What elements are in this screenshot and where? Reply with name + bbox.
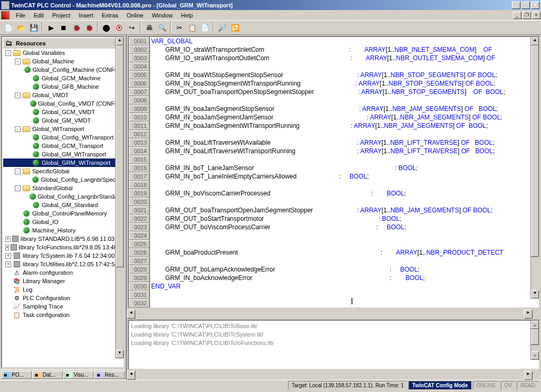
tree-node[interactable]: Global_GM_VMDT (3, 116, 123, 125)
expander-icon[interactable]: - (15, 59, 21, 64)
menu-window[interactable]: Window (147, 11, 176, 20)
tree-node[interactable]: Global_ControlPanelMemory (3, 209, 123, 218)
replace-button[interactable]: 🔁 (229, 22, 241, 33)
tree-node[interactable]: Machine_History (3, 226, 123, 235)
maximize-button[interactable]: □ (521, 2, 530, 9)
code-line[interactable]: GRM_OUT_boLampAcknowledgeError : BOOL; (151, 265, 539, 274)
paste-button[interactable]: 📄 (199, 22, 211, 33)
tree-node[interactable]: Global_Config_LangnbrStandard (3, 192, 123, 201)
online-change-button[interactable]: 🐞 (70, 22, 82, 33)
code-body[interactable]: VAR_GLOBAL GRM_IO_straWtTransportInletCo… (150, 37, 539, 307)
step-over-button[interactable]: ⦿ (113, 22, 125, 33)
code-line[interactable] (151, 299, 539, 307)
code-line[interactable]: GRM_IN_boAcknowledgeError : BOOL; (151, 274, 539, 282)
tree-node[interactable]: +library TcIoFunctions.lib*29.8.05 13:48… (3, 243, 123, 251)
menu-online[interactable]: Online (123, 11, 148, 20)
tree-node[interactable]: ⚙PLC Configuration (3, 294, 123, 302)
code-line[interactable]: GRM_IN_boaLiftTraverseWtTransportRunning… (151, 147, 539, 155)
open-button[interactable]: 📂 (15, 22, 27, 33)
code-line[interactable]: VAR_GLOBAL (151, 37, 539, 45)
tree-node[interactable]: ⚠Alarm configuration (3, 268, 123, 277)
code-line[interactable]: GRM_IN_boaJamSegmentWtTransportRunning :… (151, 122, 539, 130)
code-line[interactable]: GRM_IN_boaJamSegmentJamSensor : ARRAY[1.… (151, 113, 539, 122)
tree-header[interactable]: 🗂 Resources (3, 38, 123, 49)
tree-node[interactable]: Global_GRM_WtTransport (3, 158, 123, 167)
code-line[interactable] (151, 96, 539, 105)
expander-icon[interactable]: + (5, 262, 11, 267)
tree-node[interactable]: 📚Library Manager (3, 277, 123, 285)
expander-icon[interactable]: - (15, 92, 21, 98)
tab-resources[interactable]: ■Res... (94, 371, 125, 379)
code-line[interactable]: GRM_IN_boaWtStopSegmentStopSensor : ARRA… (151, 71, 539, 79)
tree-node[interactable]: Global_Config_LangnbrSpecific (3, 175, 123, 184)
code-line[interactable] (151, 155, 539, 164)
tree-node[interactable]: Global_Config_Machine (CONFIG) (3, 66, 123, 74)
tree-node[interactable]: 📜Log (3, 285, 123, 294)
tree-node[interactable]: 📋Task configuration (3, 311, 123, 319)
tree-node[interactable]: -Global_Machine (3, 57, 123, 66)
expander-icon[interactable]: - (5, 50, 11, 56)
code-line[interactable] (151, 62, 539, 71)
editor-vscrollbar[interactable]: ▲ ▼ (530, 37, 539, 298)
code-line[interactable] (151, 257, 539, 265)
tree-node[interactable]: Global_Config_VMDT (CONFIG) (3, 99, 123, 108)
tree-node[interactable]: -Global_VMDT (3, 91, 123, 99)
expander-icon[interactable]: - (15, 169, 21, 174)
code-line[interactable]: GRM_IN_boaLiftTraverseWtAvailable : ARRA… (151, 138, 539, 147)
single-cycle-button[interactable]: 🐞 (83, 22, 95, 33)
code-line[interactable] (151, 240, 539, 248)
code-line[interactable]: GRM_OUT_boViscomProcessCarrier : BOOL; (151, 223, 539, 231)
menu-insert[interactable]: Insert (74, 11, 98, 20)
expander-icon[interactable]: - (15, 185, 21, 191)
tree-node[interactable]: -StandardGlobal (3, 184, 123, 192)
code-line[interactable]: GRM_IO_straWtTransportOutletCom : ARRAY[… (151, 54, 539, 62)
step-in-button[interactable]: ↪ (126, 22, 138, 33)
code-line[interactable] (151, 291, 539, 299)
code-line[interactable]: GRM_OUT_boaTransportOpenStopSegmentStopp… (151, 88, 539, 96)
resource-tree[interactable]: 🗂 Resources -Global Variables-Global_Mac… (1, 36, 125, 368)
menu-project[interactable]: Project (48, 11, 74, 20)
code-line[interactable]: GRM_IO_straWtTransportInletCom : ARRAY[1… (151, 45, 539, 54)
expander-icon[interactable]: + (5, 253, 11, 259)
menu-edit[interactable]: Edit (30, 11, 48, 20)
tree-node[interactable]: +library STANDARD.LIB*5.6.98 11:03:02 (3, 235, 123, 243)
code-line[interactable] (151, 231, 539, 240)
expander-icon[interactable]: + (5, 236, 11, 242)
tree-node[interactable]: Global_IO (3, 218, 123, 226)
run-button[interactable]: ▶ (45, 22, 57, 33)
find-button[interactable]: 🔍 (156, 22, 168, 33)
tree-node[interactable]: -Global_WtTransport (3, 125, 123, 133)
tree-node[interactable]: +library TcUtilities.lib*2.12.05 17:42:5… (3, 260, 123, 268)
code-line[interactable]: GRM_boaProductPresent : ARRAY[1..NBR_PRO… (151, 248, 539, 257)
copy-button[interactable]: 📋 (186, 22, 198, 33)
tree-node[interactable]: Global_Config_WtTransport (3, 133, 123, 142)
save-button[interactable]: 💾 (27, 22, 40, 33)
message-pane[interactable]: Loading library 'C:\TWINCAT\PLC\LIB\TcBa… (128, 320, 540, 370)
code-line[interactable] (151, 181, 539, 189)
tab-datatypes[interactable]: ■Dat... (32, 371, 63, 379)
tree-node[interactable]: -SpecificGlobal (3, 167, 123, 175)
code-line[interactable]: GRM_OUT_boaTransportOpenJamSegmentStoppe… (151, 206, 539, 214)
mdi-close-button[interactable]: × (532, 12, 540, 19)
expander-icon[interactable]: - (15, 126, 21, 132)
code-line[interactable]: GRM_IN_boViscomCarrierProcessed : BOOL; (151, 189, 539, 198)
tab-visualizations[interactable]: ■Visu... (63, 371, 94, 379)
new-button[interactable]: 📄 (2, 22, 14, 33)
tree-node[interactable]: Global_GCM_Transport (3, 142, 123, 150)
code-line[interactable]: GRM_IN_boT_LaneInletEmptyCarriersAllowed… (151, 172, 539, 181)
breakpoint-button[interactable]: ⬤ (100, 22, 113, 33)
msg-hscrollbar[interactable]: ◄► (127, 371, 541, 380)
editor-hscrollbar[interactable]: ◄ ► (127, 310, 541, 319)
tree-vscrollbar[interactable]: ▲ ▼ (115, 37, 124, 358)
tree-node[interactable]: Global_GM_WtTransport (3, 150, 123, 158)
cut-button[interactable]: ✂ (173, 22, 185, 33)
mdi-restore-button[interactable]: ❐ (523, 12, 531, 19)
tree-node[interactable]: Global_GCM_Machine (3, 74, 123, 82)
expander-icon[interactable]: + (5, 245, 9, 250)
code-line[interactable]: GRM_IN_boaJamSegmentStopSensor : ARRAY[1… (151, 105, 539, 113)
code-line[interactable]: GRM_OUT_boStartTransportmotor : BOOL; (151, 214, 539, 223)
print-button[interactable]: 🖶 (143, 22, 155, 33)
tree-node[interactable]: +library TcSystem.lib 7.6.04 12:34:00 (3, 251, 123, 260)
search-button[interactable]: 🔎 (216, 22, 228, 33)
code-editor[interactable]: 0001000200030004000500060007000800090010… (128, 36, 540, 309)
